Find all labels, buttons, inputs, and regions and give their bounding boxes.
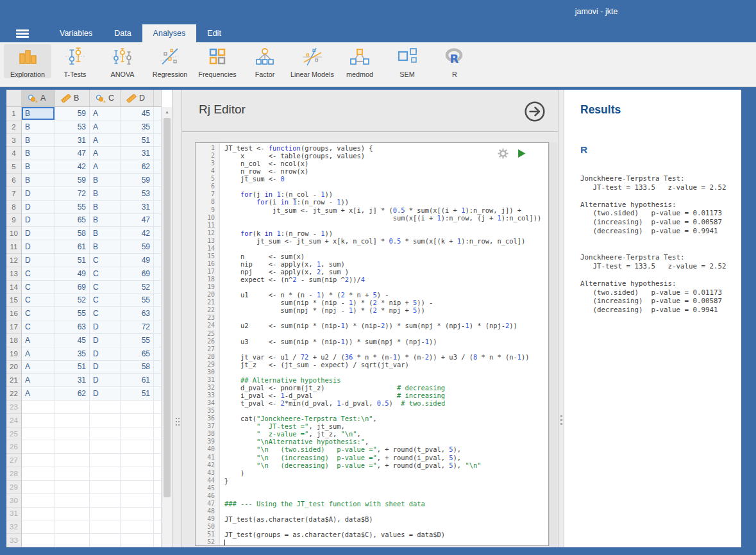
cell-D7[interactable]: 53	[121, 187, 154, 201]
row-header[interactable]: 4	[6, 147, 22, 160]
cell-B21[interactable]: 31	[55, 374, 90, 387]
code-line[interactable]: 1JT_test <- function(groups, values) {	[196, 144, 548, 152]
cell-C8[interactable]: B	[90, 201, 121, 214]
cell-B18[interactable]: 45	[55, 334, 90, 347]
cell-C24[interactable]	[90, 414, 121, 427]
code-line[interactable]: 38 " z-value =", jt_z, "\n",	[196, 430, 548, 438]
cell-A21[interactable]: A	[22, 374, 55, 387]
code-line[interactable]: 15 n <- sum(x)	[196, 253, 548, 260]
code-line[interactable]: 47### --- Using the JT_test function wit…	[196, 500, 548, 508]
cell-D3[interactable]: 51	[121, 134, 154, 147]
row-header[interactable]: 12	[6, 254, 22, 267]
cell-C9[interactable]: B	[90, 214, 121, 228]
cell-B2[interactable]: 53	[55, 120, 90, 134]
row-header[interactable]: 14	[6, 281, 22, 294]
cell-A5[interactable]: B	[22, 160, 55, 174]
code-line[interactable]: 7 for(j in 1:(n_col - 1))	[196, 190, 548, 198]
cell-D13[interactable]: 69	[121, 267, 154, 281]
cell-C30[interactable]	[90, 494, 121, 508]
cell-A13[interactable]: C	[22, 267, 55, 281]
ribbon-item-sem[interactable]: SEM	[383, 44, 431, 78]
cell-A22[interactable]: A	[22, 387, 55, 401]
code-line[interactable]: 46	[196, 492, 548, 500]
code-line[interactable]: 9 jt_sum <- jt_sum + x[i, j] * (0.5 * su…	[196, 206, 548, 214]
cell-B22[interactable]: 62	[55, 387, 90, 401]
ribbon-item-anova[interactable]: ANOVA	[99, 44, 146, 78]
cell-D25[interactable]	[121, 427, 154, 441]
cell-C12[interactable]: C	[90, 254, 121, 267]
row-header[interactable]: 19	[6, 347, 22, 361]
row-header[interactable]: 33	[6, 534, 22, 547]
cell-D22[interactable]: 51	[121, 387, 154, 401]
code-line[interactable]: 21 sum(nip * (nip - 1) * (2 * nip + 5)) …	[196, 299, 548, 306]
cell-A30[interactable]	[22, 494, 55, 508]
cell-A31[interactable]	[22, 508, 55, 521]
cell-A16[interactable]: C	[22, 307, 55, 320]
code-line[interactable]: 32 d_pval <- pnorm(jt_z) # decreasing	[196, 384, 548, 392]
splitter-spreadsheet-editor[interactable]	[172, 90, 182, 547]
row-header[interactable]: 10	[6, 227, 22, 240]
cell-B27[interactable]	[55, 454, 90, 467]
cell-A6[interactable]: B	[22, 174, 55, 187]
code-line[interactable]: 52	[196, 538, 548, 546]
cell-C5[interactable]: A	[90, 160, 121, 174]
circle-arrow-right-icon[interactable]	[523, 100, 546, 123]
cell-A28[interactable]	[22, 467, 55, 481]
cell-C14[interactable]: C	[90, 281, 121, 294]
cell-D24[interactable]	[121, 414, 154, 427]
cell-A1[interactable]: B	[22, 107, 55, 120]
play-icon[interactable]	[517, 149, 526, 161]
code-line[interactable]: 18 expect <- (n^2 - sum(nip ^2))/4	[196, 276, 548, 283]
cell-B33[interactable]	[55, 534, 90, 547]
cell-D1[interactable]: 45	[121, 107, 154, 120]
code-line[interactable]: 39 "\nAlternative hypothesis:",	[196, 438, 548, 445]
cell-D30[interactable]	[121, 494, 154, 508]
code-line[interactable]: 13 jt_sum <- jt_sum + x[k, n_col] * 0.5 …	[196, 237, 548, 245]
cell-A32[interactable]	[22, 520, 55, 534]
cell-C31[interactable]	[90, 508, 121, 521]
cell-A33[interactable]	[22, 534, 55, 547]
code-line[interactable]: 25	[196, 330, 548, 338]
code-line[interactable]: 27	[196, 345, 548, 353]
cell-B8[interactable]: 55	[55, 201, 90, 214]
row-header[interactable]: 23	[6, 401, 22, 414]
row-header[interactable]: 5	[6, 160, 22, 174]
cell-D2[interactable]: 35	[121, 120, 154, 134]
code-line[interactable]: 33 i_pval <- 1-d_pval # increasing	[196, 392, 548, 399]
row-header[interactable]: 30	[6, 494, 22, 508]
cell-C4[interactable]: A	[90, 147, 121, 160]
cell-D32[interactable]	[121, 520, 154, 534]
code-line[interactable]: 5 jt_sum <- 0	[196, 175, 548, 183]
code-editor[interactable]: 1JT_test <- function(groups, values) {2 …	[195, 142, 549, 546]
cell-A8[interactable]: D	[22, 201, 55, 214]
code-line[interactable]: 24 u2 <- sum(nip * (nip-1) * (nip-2)) * …	[196, 322, 548, 329]
code-line[interactable]: 49JT_test(as.character(data$A), data$B)	[196, 515, 548, 523]
scroll-up-icon[interactable]: ▲	[162, 107, 172, 117]
cell-B10[interactable]: 58	[55, 227, 90, 240]
code-line[interactable]: 14	[196, 245, 548, 253]
ribbon-item-regression[interactable]: Regression	[146, 44, 194, 78]
cell-B28[interactable]	[55, 467, 90, 481]
cell-C28[interactable]	[90, 467, 121, 481]
cell-C1[interactable]: A	[90, 107, 121, 120]
cell-B9[interactable]: 65	[55, 214, 90, 228]
cell-B17[interactable]: 63	[55, 320, 90, 334]
cell-A20[interactable]: A	[22, 361, 55, 374]
cell-C29[interactable]	[90, 481, 121, 494]
code-line[interactable]: 26 u3 <- sum(nip * (nip-1)) * sum(npj * …	[196, 338, 548, 345]
cell-D6[interactable]: 59	[121, 174, 154, 187]
sheet-corner-cell[interactable]	[6, 90, 22, 107]
cell-C17[interactable]: D	[90, 320, 121, 334]
cell-B6[interactable]: 59	[55, 174, 90, 187]
cell-C11[interactable]: B	[90, 240, 121, 254]
row-header[interactable]: 13	[6, 267, 22, 281]
cell-C13[interactable]: C	[90, 267, 121, 281]
cell-D10[interactable]: 42	[121, 227, 154, 240]
ribbon-item-frequencies[interactable]: Frequencies	[194, 44, 241, 78]
cell-B23[interactable]	[55, 401, 90, 414]
code-line[interactable]: 51JT_test(groups = as.character(data$C),…	[196, 531, 548, 538]
code-line[interactable]: 11	[196, 222, 548, 229]
cell-B14[interactable]: 69	[55, 281, 90, 294]
code-line[interactable]: 37 " JT-test =", jt_sum,	[196, 422, 548, 430]
scrollbar-thumb[interactable]	[164, 118, 171, 497]
